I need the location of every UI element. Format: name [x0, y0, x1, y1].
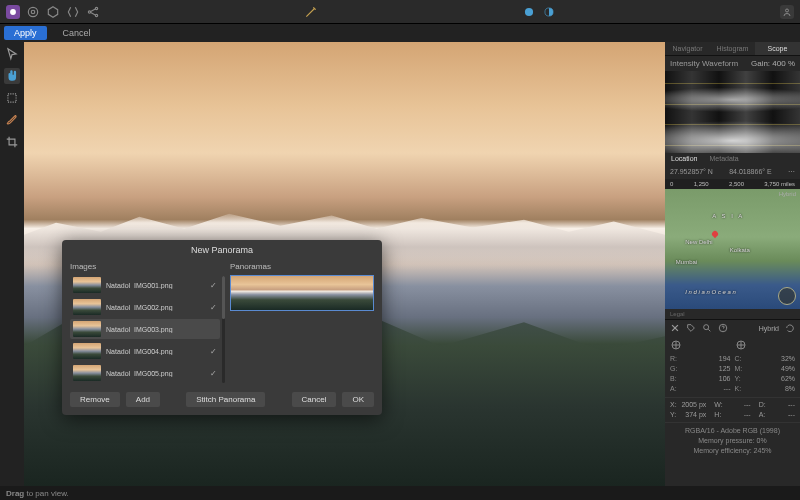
image-item[interactable]: Natadol_IMG002.png ✓	[70, 297, 220, 317]
image-name: Natadol_IMG003.png	[106, 326, 212, 333]
image-item[interactable]: Natadol_IMG001.png ✓	[70, 275, 220, 295]
image-item[interactable]: Natadol_IMG005.png ✓	[70, 363, 220, 383]
image-name: Natadol_IMG005.png	[106, 370, 205, 377]
tab-histogram[interactable]: Histogram	[710, 42, 755, 55]
hexagon-icon[interactable]	[46, 5, 60, 19]
tab-scope[interactable]: Scope	[755, 42, 800, 55]
dialog-cancel-button[interactable]: Cancel	[292, 392, 337, 407]
move-tool[interactable]	[4, 46, 20, 62]
check-icon[interactable]: ✓	[210, 369, 217, 378]
val-c: 32%	[781, 354, 795, 364]
thumbnail	[73, 365, 101, 381]
image-name: Natadol_IMG004.png	[106, 348, 205, 355]
target-icon[interactable]	[26, 5, 40, 19]
val-a: ---	[724, 384, 731, 394]
latitude-value: 27.952857° N	[670, 168, 713, 176]
status-hint: to pan view.	[24, 489, 68, 498]
help-icon[interactable]	[718, 323, 728, 333]
image-name: Natadol_IMG002.png	[106, 304, 205, 311]
map-label-mumbai: Mumbai	[676, 259, 697, 265]
panorama-preview[interactable]	[230, 275, 374, 311]
hand-tool[interactable]	[4, 68, 20, 84]
location-menu-icon[interactable]: ⋯	[788, 168, 795, 176]
mirror-icon[interactable]	[66, 5, 80, 19]
svg-point-4	[88, 10, 90, 12]
waveform-scope	[665, 71, 800, 153]
panel-tabs: Navigator Histogram Scope	[665, 42, 800, 56]
tab-navigator[interactable]: Navigator	[665, 42, 710, 55]
val-h: ---	[744, 410, 751, 420]
check-icon[interactable]: ✓	[210, 303, 217, 312]
wand-icon[interactable]	[304, 5, 318, 19]
thumbnail	[73, 277, 101, 293]
status-hint-strong: Drag	[6, 489, 24, 498]
svg-point-9	[786, 9, 789, 12]
check-icon[interactable]: ✓	[210, 281, 217, 290]
color-info: R:194 G:125 B:106 A:--- C:32% M:49% Y:62…	[665, 336, 800, 397]
app-icon[interactable]	[6, 5, 20, 19]
val-g: 125	[719, 364, 731, 374]
close-x-icon[interactable]	[670, 323, 680, 333]
tag-icon[interactable]	[686, 323, 696, 333]
val-d: ---	[788, 400, 795, 410]
info-mode[interactable]: Hybrid	[759, 325, 779, 332]
image-name: Natadol_IMG001.png	[106, 282, 205, 289]
panoramas-label: Panoramas	[230, 262, 374, 271]
map-type-label[interactable]: Hybrid	[779, 191, 796, 197]
position-info: X:2005 px Y:374 px W:--- H:--- D:--- A:-…	[665, 397, 800, 422]
color-profile: RGBA/16 - Adobe RGB (1998)	[670, 426, 795, 436]
dialog-title: New Panorama	[62, 240, 382, 258]
search-icon[interactable]	[702, 323, 712, 333]
add-button[interactable]: Add	[126, 392, 160, 407]
val-y2: 374 px	[685, 410, 706, 420]
refresh-icon[interactable]	[785, 323, 795, 333]
status-bar: Drag to pan view.	[0, 486, 800, 500]
circle-fill-icon[interactable]	[522, 5, 536, 19]
apply-button[interactable]: Apply	[4, 26, 47, 40]
val-b: 106	[719, 374, 731, 384]
new-panorama-dialog: New Panorama Images Natadol_IMG001.png ✓…	[62, 240, 382, 415]
image-list[interactable]: Natadol_IMG001.png ✓ Natadol_IMG002.png …	[70, 275, 220, 383]
crop-tool[interactable]	[4, 134, 20, 150]
document-info: RGBA/16 - Adobe RGB (1998) Memory pressu…	[665, 422, 800, 459]
map-scale: 0 1,250 2,500 3,750 miles	[665, 179, 800, 189]
scope-title: Intensity Waveform	[670, 59, 738, 68]
val-r: 194	[719, 354, 731, 364]
remove-button[interactable]: Remove	[70, 392, 120, 407]
eyedropper-icon	[670, 339, 682, 351]
tab-location[interactable]: Location	[665, 153, 703, 165]
svg-point-0	[10, 9, 16, 15]
stitch-button[interactable]: Stitch Panorama	[186, 392, 265, 407]
svg-point-6	[95, 14, 97, 16]
cancel-button[interactable]: Cancel	[53, 26, 101, 40]
longitude-value: 84.018866° E	[729, 168, 772, 176]
crescent-icon[interactable]	[562, 5, 576, 19]
memory-pressure: Memory pressure: 0%	[670, 436, 795, 446]
images-label: Images	[70, 262, 220, 271]
val-x: 2005 px	[681, 400, 706, 410]
scrollbar[interactable]	[222, 276, 225, 383]
val-k: 8%	[785, 384, 795, 394]
svg-point-7	[525, 7, 533, 15]
location-map[interactable]: A S I A New Delhi Kolkata Mumbai I n d i…	[665, 189, 800, 309]
image-item[interactable]: Natadol_IMG004.png ✓	[70, 341, 220, 361]
map-legal-link[interactable]: Legal	[665, 309, 800, 319]
map-label-asia: A S I A	[712, 213, 744, 219]
gain-value[interactable]: 400 %	[772, 59, 795, 68]
marquee-tool[interactable]	[4, 90, 20, 106]
image-item[interactable]: Natadol_IMG003.png	[70, 319, 220, 339]
action-bar: Apply Cancel	[0, 24, 800, 42]
memory-efficiency: Memory efficiency: 245%	[670, 446, 795, 456]
tab-metadata[interactable]: Metadata	[703, 153, 744, 165]
account-icon[interactable]	[780, 5, 794, 19]
half-circle-icon[interactable]	[542, 5, 556, 19]
share-icon[interactable]	[86, 5, 100, 19]
thumbnail	[73, 321, 101, 337]
check-icon[interactable]: ✓	[210, 347, 217, 356]
dialog-ok-button[interactable]: OK	[342, 392, 374, 407]
val-w: ---	[744, 400, 751, 410]
brush-tool[interactable]	[4, 112, 20, 128]
svg-point-1	[28, 7, 37, 16]
compass-icon[interactable]	[778, 287, 796, 305]
top-toolbar	[0, 0, 800, 24]
